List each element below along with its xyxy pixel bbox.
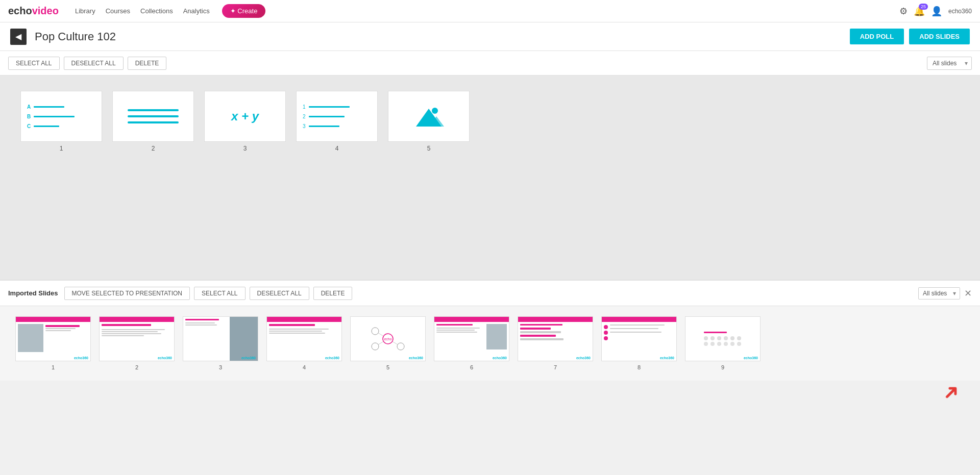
page-title: Pop Culture 102 xyxy=(35,30,116,43)
imported-slide-item: echo echo360 5 xyxy=(350,316,426,370)
imported-slides-row: echo360 1 echo360 xyxy=(0,306,980,381)
imported-slide-8-num: 8 xyxy=(638,364,641,370)
imported-slide-item: echo360 1 xyxy=(15,316,91,370)
imported-toolbar: Imported Slides MOVE SELECTED TO PRESENT… xyxy=(0,281,980,306)
imported-delete-button[interactable]: DELETE xyxy=(313,287,353,300)
slide-3-num: 3 xyxy=(243,145,247,152)
imported-slide-item: echo360 6 xyxy=(434,316,509,370)
imported-slide-8-thumb[interactable]: echo360 xyxy=(601,316,677,361)
slides-area: A B C 1 xyxy=(0,76,980,280)
nav-collections[interactable]: Collections xyxy=(140,7,173,15)
imported-toolbar-right: All slides Polls Slides ✕ xyxy=(918,287,972,299)
svg-point-10 xyxy=(372,328,379,335)
imported-filter-wrapper: All slides Polls Slides xyxy=(918,287,960,299)
add-slides-button[interactable]: ADD SLIDES xyxy=(909,29,970,44)
create-button[interactable]: ✦ Create xyxy=(222,4,266,18)
settings-button[interactable]: ⚙ xyxy=(899,6,908,17)
slide-item: A B C 1 xyxy=(20,91,102,152)
nav-library[interactable]: Library xyxy=(75,7,95,15)
logo: echovideo xyxy=(8,5,59,17)
toolbar-right: All slides Polls Slides xyxy=(927,57,972,70)
slide-4-num: 4 xyxy=(335,145,339,152)
imported-slide-item: echo360 8 xyxy=(601,316,677,370)
back-button[interactable]: ◀ xyxy=(10,29,27,45)
svg-text:echo: echo xyxy=(384,337,391,341)
imported-section: Imported Slides MOVE SELECTED TO PRESENT… xyxy=(0,280,980,381)
svg-point-8 xyxy=(372,343,379,350)
imported-slide-9-thumb[interactable]: echo360 xyxy=(685,316,761,361)
imported-select-all-button[interactable]: SELECT ALL xyxy=(194,287,246,300)
imported-slide-9-num: 9 xyxy=(721,364,724,370)
slide-4-thumb[interactable]: 1 2 3 xyxy=(296,91,378,142)
nav-links: Library Courses Collections Analytics xyxy=(75,7,210,15)
imported-slide-4-thumb[interactable]: echo360 xyxy=(266,316,342,361)
imported-slide-item: echo360 4 xyxy=(266,316,342,370)
filter-wrapper: All slides Polls Slides xyxy=(927,57,972,70)
imported-slide-4-num: 4 xyxy=(303,364,306,370)
slide-3-thumb[interactable]: x + y xyxy=(204,91,286,142)
page-actions: ADD POLL ADD SLIDES xyxy=(850,29,970,44)
profile-button[interactable]: 👤 xyxy=(931,6,942,17)
slide-2-num: 2 xyxy=(152,145,155,152)
imported-slide-5-thumb[interactable]: echo echo360 xyxy=(350,316,426,361)
imported-slide-2-thumb[interactable]: echo360 xyxy=(99,316,175,361)
imported-slide-1-thumb[interactable]: echo360 xyxy=(15,316,91,361)
close-imported-button[interactable]: ✕ xyxy=(964,288,972,299)
imported-filter-select[interactable]: All slides Polls Slides xyxy=(918,287,960,299)
delete-button[interactable]: DELETE xyxy=(128,57,167,70)
nav-analytics[interactable]: Analytics xyxy=(183,7,210,15)
slide-item: 2 xyxy=(112,91,194,152)
nav-courses[interactable]: Courses xyxy=(106,7,130,15)
imported-slide-item: echo360 7 xyxy=(518,316,593,370)
imported-slide-2-num: 2 xyxy=(135,364,138,370)
header-right: ⚙ 🔔 25 👤 echo360 xyxy=(899,6,972,17)
toolbar: SELECT ALL DESELECT ALL DELETE All slide… xyxy=(0,51,980,76)
select-all-button[interactable]: SELECT ALL xyxy=(8,57,60,70)
imported-slide-6-num: 6 xyxy=(470,364,473,370)
deselect-all-button[interactable]: DESELECT ALL xyxy=(64,57,124,70)
slide-2-thumb[interactable] xyxy=(112,91,194,142)
slide-1-num: 1 xyxy=(60,145,63,152)
imported-slide-item: echo360 9 xyxy=(685,316,761,370)
notifications-button[interactable]: 🔔 25 xyxy=(914,6,925,17)
imported-slide-6-thumb[interactable]: echo360 xyxy=(434,316,509,361)
imported-slide-item: echo360 2 xyxy=(99,316,175,370)
svg-point-0 xyxy=(432,108,438,114)
logo-echo: echo xyxy=(8,5,32,17)
imported-slide-3-thumb[interactable]: echo360 xyxy=(183,316,258,361)
slide-5-thumb[interactable] xyxy=(388,91,470,142)
slide-5-num: 5 xyxy=(427,145,431,152)
page-header: ◀ Pop Culture 102 ADD POLL ADD SLIDES xyxy=(0,22,980,51)
imported-slide-7-num: 7 xyxy=(554,364,557,370)
slide-1-thumb[interactable]: A B C xyxy=(20,91,102,142)
imported-slide-5-num: 5 xyxy=(386,364,389,370)
imported-slide-3-num: 3 xyxy=(219,364,222,370)
imported-deselect-all-button[interactable]: DESELECT ALL xyxy=(250,287,309,300)
svg-point-9 xyxy=(397,343,404,350)
imported-slide-item: echo360 3 xyxy=(183,316,258,370)
filter-select[interactable]: All slides Polls Slides xyxy=(927,57,972,70)
notification-badge: 25 xyxy=(919,4,928,10)
header: echovideo Library Courses Collections An… xyxy=(0,0,980,22)
slide-item: x + y 3 xyxy=(204,91,286,152)
username: echo360 xyxy=(948,8,972,15)
move-selected-button[interactable]: MOVE SELECTED TO PRESENTATION xyxy=(64,287,190,300)
add-poll-button[interactable]: ADD POLL xyxy=(850,29,904,44)
logo-video: video xyxy=(32,5,59,17)
slide-item: 1 2 3 4 xyxy=(296,91,378,152)
slide-item: 5 xyxy=(388,91,470,152)
imported-slide-1-num: 1 xyxy=(52,364,55,370)
imported-slide-7-thumb[interactable]: echo360 xyxy=(518,316,593,361)
imported-label: Imported Slides xyxy=(8,289,58,297)
